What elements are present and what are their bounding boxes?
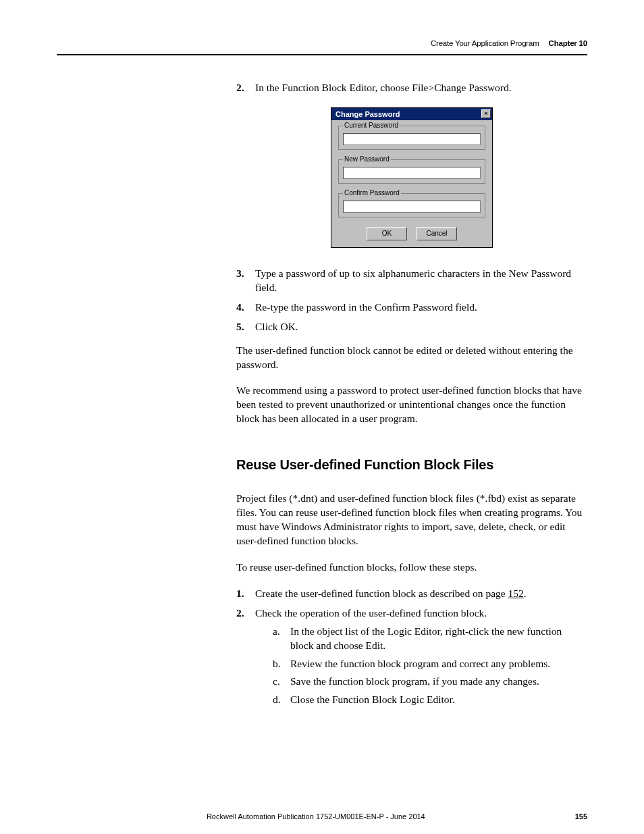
substep-text: In the object list of the Logic Editor, …: [290, 625, 562, 651]
list-item: d. Close the Function Block Logic Editor…: [288, 693, 587, 707]
step-number: 5.: [236, 320, 244, 334]
step-list-top: 2. In the Function Block Editor, choose …: [252, 81, 587, 95]
cancel-button[interactable]: Cancel: [417, 227, 457, 240]
change-password-dialog: Change Password × Current Password New P…: [331, 107, 493, 248]
body-paragraph: We recommend using a password to protect…: [236, 384, 587, 426]
new-password-group: New Password: [338, 159, 485, 184]
substep-letter: c.: [273, 675, 280, 689]
list-item: 2. Check the operation of the user-defin…: [252, 606, 587, 708]
new-password-input[interactable]: [343, 167, 481, 179]
list-item: a. In the object list of the Logic Edito…: [288, 625, 587, 653]
substep-list: a. In the object list of the Logic Edito…: [288, 625, 587, 708]
section-heading: Reuse User-defined Function Block Files: [236, 457, 587, 473]
footer-page-number: 155: [575, 812, 587, 820]
step-number: 2.: [236, 81, 244, 95]
page-footer: Rockwell Automation Publication 1752-UM0…: [57, 812, 587, 820]
dialog-button-row: OK Cancel: [338, 227, 485, 240]
step-text: Re-type the password in the Confirm Pass…: [255, 301, 477, 313]
substep-text: Close the Function Block Logic Editor.: [290, 694, 455, 705]
body-paragraph: To reuse user-defined function blocks, f…: [236, 561, 587, 575]
header-section: Create Your Application Program: [431, 39, 539, 47]
step-number: 2.: [236, 606, 244, 621]
step-number: 4.: [236, 301, 244, 315]
dialog-titlebar: Change Password ×: [331, 108, 492, 120]
step-list-mid: 3. Type a password of up to six alphanum…: [252, 267, 587, 334]
list-item: 1. Create the user-defined function bloc…: [252, 587, 587, 601]
substep-letter: d.: [273, 693, 281, 707]
step-list-bottom: 1. Create the user-defined function bloc…: [252, 587, 587, 707]
substep-letter: a.: [273, 625, 280, 639]
confirm-password-input[interactable]: [343, 201, 481, 213]
step-number: 3.: [236, 267, 244, 281]
confirm-password-label: Confirm Password: [343, 189, 401, 197]
page-header: Create Your Application Program Chapter …: [57, 39, 587, 55]
step-number: 1.: [236, 587, 244, 601]
step-text-post: .: [524, 588, 527, 599]
list-item: 5. Click OK.: [252, 320, 587, 334]
body-paragraph: The user-defined function block cannot b…: [236, 344, 587, 372]
list-item: c. Save the function block program, if y…: [288, 675, 587, 689]
page-link[interactable]: 152: [508, 588, 524, 599]
list-item: 4. Re-type the password in the Confirm P…: [252, 301, 587, 315]
ok-button[interactable]: OK: [367, 227, 407, 240]
step-text: In the Function Block Editor, choose Fil…: [255, 82, 512, 93]
step-text-pre: Create the user-defined function block a…: [255, 588, 508, 599]
substep-text: Save the function block program, if you …: [290, 675, 539, 687]
substep-text: Review the function block program and co…: [290, 658, 550, 669]
step-text: Create the user-defined function block a…: [255, 588, 527, 599]
body-paragraph: Project files (*.dnt) and user-defined f…: [236, 492, 587, 548]
list-item: 2. In the Function Block Editor, choose …: [252, 81, 587, 95]
confirm-password-group: Confirm Password: [338, 193, 485, 217]
current-password-group: Current Password: [338, 126, 485, 150]
current-password-label: Current Password: [343, 122, 400, 129]
new-password-label: New Password: [343, 155, 391, 163]
step-text: Check the operation of the user-defined …: [255, 607, 487, 619]
footer-publication: Rockwell Automation Publication 1752-UM0…: [57, 812, 575, 820]
list-item: 3. Type a password of up to six alphanum…: [252, 267, 587, 295]
list-item: b. Review the function block program and…: [288, 657, 587, 671]
step-text: Type a password of up to six alphanumeri…: [255, 267, 571, 293]
header-chapter: Chapter 10: [549, 39, 587, 47]
dialog-title: Change Password: [336, 110, 400, 118]
substep-letter: b.: [273, 657, 281, 671]
current-password-input[interactable]: [343, 133, 481, 145]
step-text: Click OK.: [255, 321, 298, 332]
close-icon[interactable]: ×: [481, 109, 491, 118]
